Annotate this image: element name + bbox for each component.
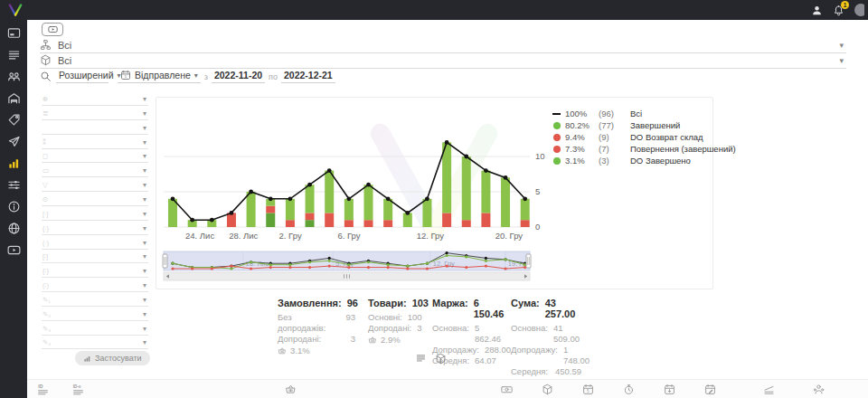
filter-dropdown-17[interactable]: ✎₃▾ [42, 322, 148, 336]
filter-dropdown-14[interactable]: (∶)▾ [42, 279, 148, 292]
date-to-input[interactable]: 2022-12-21 [281, 70, 335, 83]
user-profile-icon[interactable] [811, 5, 823, 16]
svg-text:20. Гру: 20. Гру [495, 231, 524, 241]
filter-dropdown-9[interactable]: [∙]▾ [42, 207, 148, 221]
filter-dropdown-7[interactable]: ▽▾ [42, 178, 148, 192]
filter-dropdown-11[interactable]: (∙)▾ [42, 236, 148, 250]
sidebar-item-video-help[interactable] [7, 243, 21, 257]
notifications-bell-icon[interactable]: 1 [833, 5, 844, 16]
sidebar-item-dashboard[interactable] [7, 26, 21, 40]
svg-text:5: 5 [125, 74, 127, 79]
package-icon[interactable] [542, 384, 553, 395]
search-mode-dropdown[interactable]: Розширений ▾ [56, 70, 108, 83]
legend-item[interactable]: 7.3%(7)Повернення (завершений) [552, 143, 736, 155]
basket-icon [368, 336, 377, 345]
calendar-icon[interactable]: 5 [582, 384, 594, 395]
legend-item[interactable]: 100%(96)Всі [552, 108, 736, 119]
list-view-button[interactable] [415, 353, 427, 365]
date-from-input[interactable]: 2022-11-20 [212, 70, 265, 83]
filter-dropdown-13[interactable]: {∶}▾ [42, 264, 148, 278]
clock-icon[interactable] [623, 384, 635, 395]
pencil-1-icon: ✎₁ [42, 296, 51, 304]
pencil-3-icon: ✎₃ [42, 325, 51, 333]
sidebar-item-orders[interactable] [7, 48, 21, 62]
to-label: по [269, 72, 278, 81]
svg-text:10: 10 [535, 151, 545, 161]
chevron-down-icon: ▾ [143, 252, 146, 261]
legend-label: DO Завершено [630, 156, 691, 166]
money-icon[interactable] [501, 384, 513, 395]
legend-pct: 7.3% [565, 144, 594, 154]
funnel-icon: ▽ [42, 181, 48, 189]
layers-icon: ≣ [42, 109, 48, 118]
sidebar-item-analytics[interactable] [7, 156, 21, 170]
filter-dropdown-6[interactable]: ▭▾ [42, 164, 148, 177]
sidebar-item-customers[interactable] [7, 70, 21, 83]
search-mode-value: Розширений [59, 70, 114, 81]
bracket-round-dots-icon: (∶) [42, 281, 49, 289]
legend-item[interactable]: 80.2%(77)Завершений [552, 119, 736, 131]
video-tutorial-button[interactable] [42, 23, 63, 36]
chart-card: 051024. Лис28. Лис2. Гру6. Гру12. Гру20.… [156, 97, 713, 289]
apply-button[interactable]: Застосувати [75, 351, 150, 365]
navigator-handle-right[interactable] [526, 254, 531, 268]
search-icon [40, 71, 52, 82]
filter-dropdown-5[interactable]: ◻▾ [42, 149, 148, 163]
legend-label: Завершений [630, 120, 680, 130]
chart-icon [83, 355, 91, 363]
date-type-dropdown[interactable]: 5 Відправлене ▾ [118, 70, 201, 83]
chevron-down-icon: ▾ [143, 338, 146, 346]
filter-dropdown-3[interactable]: ▾ [42, 121, 148, 135]
legend-item[interactable]: 9.4%(9)DO Возврат склад [552, 131, 736, 143]
basket-icon[interactable] [285, 384, 297, 395]
stat-sub-value: 3 [351, 334, 355, 345]
status-group-dropdown[interactable]: Всі ▾ [40, 37, 846, 53]
avatar[interactable] [854, 0, 864, 20]
filter-dropdown-1[interactable]: ⊕▾ [42, 92, 148, 106]
chevron-down-icon: ▾ [143, 109, 146, 118]
notification-badge: 1 [841, 1, 849, 9]
legend-count: (77) [599, 120, 626, 130]
sidebar-item-dispatch[interactable] [7, 135, 21, 148]
basket-pct: 2.9% [381, 335, 401, 345]
stat-title: Маржа: [432, 298, 468, 319]
stat-value: 6 150.46 [474, 298, 505, 319]
legend-item[interactable]: 3.1%(3)DO Завершено [552, 155, 736, 166]
legend-swatch [552, 122, 561, 129]
sidebar-item-warehouse[interactable] [7, 91, 21, 105]
filter-dropdown-16[interactable]: ✎₂▾ [42, 308, 148, 321]
legend-count: (3) [599, 156, 626, 166]
calendar-send-icon[interactable] [664, 384, 675, 395]
package-view-button[interactable] [435, 353, 447, 365]
app-logo-icon[interactable] [6, 1, 24, 19]
filter-dropdown-15[interactable]: ✎₁▾ [42, 293, 148, 307]
sidebar-item-integrations[interactable] [7, 222, 21, 235]
bottom-toolbar: IDID-o5 [27, 379, 868, 398]
product-group-dropdown[interactable]: Всі ▾ [40, 52, 846, 69]
navigator-handle-left[interactable] [163, 254, 167, 268]
calendar-edit-icon[interactable] [704, 384, 716, 395]
legend-label: DO Возврат склад [630, 132, 703, 142]
bracket-curly-dots-icon: {∶} [42, 267, 49, 275]
sidebar-item-settings-sliders[interactable] [7, 178, 21, 192]
layers-icon[interactable] [763, 384, 775, 395]
filter-dropdown-8[interactable]: ⊙▾ [42, 193, 148, 206]
id-link-icon[interactable]: ID-o [72, 384, 84, 395]
sidebar-item-info[interactable] [7, 200, 21, 213]
stat-sub-value: 41 509.00 [553, 323, 581, 345]
person-network-icon[interactable] [813, 384, 825, 395]
filter-dropdown-2[interactable]: ≣▾ [42, 107, 148, 120]
sidebar-item-price-tag[interactable] [7, 113, 21, 127]
filter-dropdown-4[interactable]: ⁑▾ [42, 136, 148, 149]
stat-sub-value: 450.59 [555, 366, 581, 377]
filter-dropdown-12[interactable]: [∶]▾ [42, 250, 148, 263]
product-group-value: Всі [58, 55, 71, 66]
id-list-icon[interactable]: ID [37, 384, 49, 395]
filter-dropdown-10[interactable]: {∙}▾ [42, 222, 148, 235]
svg-text:5: 5 [587, 389, 590, 393]
chevron-down-icon: ▾ [839, 56, 846, 65]
svg-text:ID: ID [38, 384, 42, 389]
world-icon: ⊙ [42, 195, 48, 204]
svg-text:24. Лис: 24. Лис [185, 231, 214, 241]
filter-dropdown-18[interactable]: ✎₄▾ [42, 336, 148, 349]
